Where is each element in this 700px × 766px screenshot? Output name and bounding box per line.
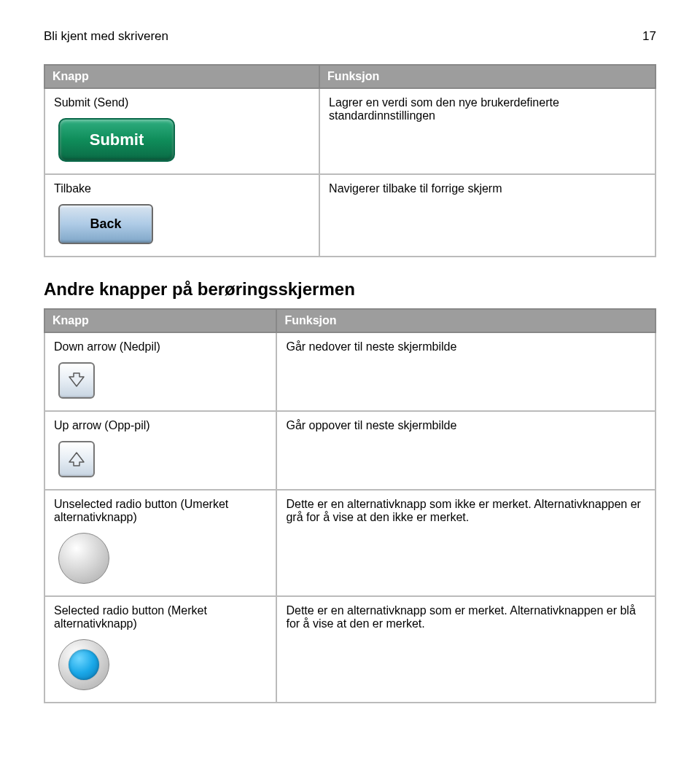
row-desc: Lagrer en verdi som den nye brukerdefine… xyxy=(319,88,656,174)
up-arrow-button[interactable] xyxy=(58,441,95,477)
back-button[interactable]: Back xyxy=(58,204,153,244)
row-desc: Dette er en alternativknapp som ikke er … xyxy=(276,490,656,596)
submit-button[interactable]: Submit xyxy=(58,118,175,162)
page-number: 17 xyxy=(642,29,656,44)
th-funksjon: Funksjon xyxy=(319,65,656,88)
row-label: Up arrow (Opp-pil) xyxy=(54,419,267,432)
table-row: Tilbake Back Navigerer tilbake til forri… xyxy=(44,174,656,257)
table-buttons-1: Knapp Funksjon Submit (Send) Submit Lagr… xyxy=(44,64,656,257)
page-title: Bli kjent med skriveren xyxy=(44,29,168,44)
radio-selected-icon[interactable] xyxy=(58,639,109,690)
table-row: Down arrow (Nedpil) Går nedover til nest… xyxy=(44,332,656,411)
row-desc: Navigerer tilbake til forrige skjerm xyxy=(319,174,656,257)
table-buttons-2: Knapp Funksjon Down arrow (Nedpil) Går n… xyxy=(44,308,656,703)
th-funksjon: Funksjon xyxy=(276,309,656,332)
row-desc: Går oppover til neste skjermbilde xyxy=(276,411,656,490)
table-row: Submit (Send) Submit Lagrer en verdi som… xyxy=(44,88,656,174)
row-desc: Dette er en alternativknapp som er merke… xyxy=(276,596,656,703)
row-label: Tilbake xyxy=(54,182,310,195)
th-knapp: Knapp xyxy=(44,309,276,332)
row-label: Unselected radio button (Umerket alterna… xyxy=(54,498,267,524)
table-row: Selected radio button (Merket alternativ… xyxy=(44,596,656,703)
th-knapp: Knapp xyxy=(44,65,319,88)
down-arrow-button[interactable] xyxy=(58,362,95,399)
page-header: Bli kjent med skriveren 17 xyxy=(44,29,656,44)
arrow-down-icon xyxy=(67,371,86,390)
table-row: Unselected radio button (Umerket alterna… xyxy=(44,490,656,596)
section-heading: Andre knapper på berøringsskjermen xyxy=(44,279,656,300)
arrow-up-icon xyxy=(67,450,86,469)
row-label: Selected radio button (Merket alternativ… xyxy=(54,604,267,630)
row-label: Submit (Send) xyxy=(54,96,310,109)
row-label: Down arrow (Nedpil) xyxy=(54,340,267,353)
table-row: Up arrow (Opp-pil) Går oppover til neste… xyxy=(44,411,656,490)
radio-unselected-icon[interactable] xyxy=(58,533,109,584)
row-desc: Går nedover til neste skjermbilde xyxy=(276,332,656,411)
